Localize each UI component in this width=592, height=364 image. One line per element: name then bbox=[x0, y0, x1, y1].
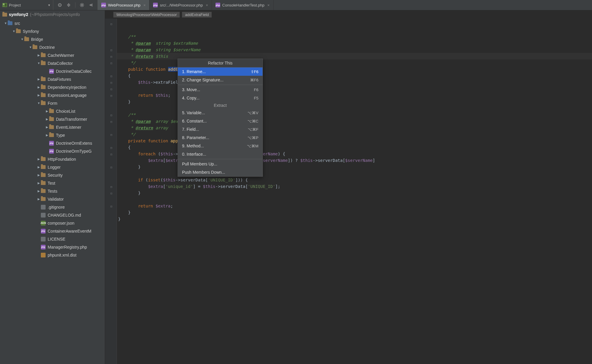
breadcrumb-method[interactable]: addExtraField bbox=[182, 12, 212, 17]
tree-node-composer-json[interactable]: JSONcomposer.json bbox=[0, 219, 105, 227]
tree-node-license[interactable]: LICENSE bbox=[0, 235, 105, 243]
arrow-right-icon[interactable] bbox=[45, 125, 49, 129]
arrow-down-icon[interactable] bbox=[37, 102, 41, 105]
fold-marker-icon[interactable]: ⊟ bbox=[110, 81, 112, 85]
fold-marker-icon[interactable]: ⊟ bbox=[110, 55, 112, 59]
fold-marker-icon[interactable]: ⊟ bbox=[110, 113, 112, 117]
fold-marker-icon[interactable]: ⊟ bbox=[110, 146, 112, 150]
fold-marker-icon[interactable]: ⊟ bbox=[110, 133, 112, 137]
menu-item-7-field[interactable]: 7. Field...⌥⌘F bbox=[178, 125, 263, 133]
arrow-right-icon[interactable] bbox=[45, 117, 49, 121]
tree-node-doctrineormextens[interactable]: phpDoctrineOrmExtens bbox=[0, 139, 105, 147]
menu-item-pull-members-up[interactable]: Pull Members Up... bbox=[178, 160, 263, 168]
tree-node-httpfoundation[interactable]: HttpFoundation bbox=[0, 155, 105, 163]
arrow-right-icon[interactable] bbox=[37, 86, 41, 89]
tab-webprocessor[interactable]: php WebProcessor.php × bbox=[98, 0, 149, 10]
tree-node-form[interactable]: Form bbox=[0, 99, 105, 107]
tree-node-changelog-md[interactable]: CHANGELOG.md bbox=[0, 211, 105, 219]
gear-icon[interactable] bbox=[80, 3, 84, 7]
collapse-all-icon[interactable] bbox=[66, 3, 71, 7]
fold-marker-icon[interactable]: ⊟ bbox=[110, 185, 112, 189]
arrow-right-icon[interactable] bbox=[37, 157, 41, 161]
arrow-down-icon[interactable] bbox=[4, 22, 8, 25]
menu-item-2-change-signature[interactable]: 2. Change Signature...⌘F6 bbox=[178, 76, 263, 84]
arrow-right-icon[interactable] bbox=[37, 181, 41, 185]
folder-icon bbox=[24, 37, 29, 41]
tree-node-type[interactable]: Type bbox=[0, 131, 105, 139]
code-area[interactable]: ⊟⊟⊟⊟⊟⊟⊟⊟⊟⊟⊟⊟⊟⊟⊟⊟⊟ /** * @param string $e… bbox=[105, 19, 592, 364]
tree-node-dependencyinjection[interactable]: DependencyInjection bbox=[0, 83, 105, 91]
menu-item-shortcut: F5 bbox=[254, 96, 258, 100]
arrow-right-icon[interactable] bbox=[45, 133, 49, 137]
tree-node-phpunit-xml-dist[interactable]: phpunit.xml.dist bbox=[0, 251, 105, 259]
fold-marker-icon[interactable]: ⊟ bbox=[110, 191, 112, 195]
scroll-from-source-icon[interactable] bbox=[57, 3, 62, 7]
fold-marker-icon[interactable]: ⊟ bbox=[110, 94, 112, 98]
menu-item-6-constant[interactable]: 6. Constant...⌥⌘C bbox=[178, 117, 263, 125]
tree-node-managerregistry-php[interactable]: phpManagerRegistry.php bbox=[0, 243, 105, 251]
tree-node-tests[interactable]: Tests bbox=[0, 187, 105, 195]
fold-marker-icon[interactable]: ⊟ bbox=[110, 61, 112, 65]
menu-item-push-members-down[interactable]: Push Members Down... bbox=[178, 168, 263, 176]
arrow-right-icon[interactable] bbox=[45, 109, 49, 113]
arrow-right-icon[interactable] bbox=[37, 54, 41, 57]
menu-item-1-rename[interactable]: 1. Rename...⇧F6 bbox=[178, 67, 263, 76]
tree-node-doctrinedatacollec[interactable]: phpDoctrineDataCollec bbox=[0, 67, 105, 75]
project-tool-selector[interactable]: Project ▼ bbox=[0, 0, 53, 10]
arrow-down-icon[interactable] bbox=[28, 46, 33, 49]
tree-node--gitignore[interactable]: .gitignore bbox=[0, 203, 105, 211]
tree-node-validator[interactable]: Validator bbox=[0, 195, 105, 203]
tree-node-src[interactable]: src bbox=[0, 19, 105, 27]
menu-item-8-parameter[interactable]: 8. Parameter...⌥⌘P bbox=[178, 133, 263, 142]
tree-node-datafixtures[interactable]: DataFixtures bbox=[0, 75, 105, 83]
gutter[interactable]: ⊟⊟⊟⊟⊟⊟⊟⊟⊟⊟⊟⊟⊟⊟⊟⊟⊟ bbox=[105, 19, 117, 364]
breadcrumb-class[interactable]: \Monolog\Processor\WebProcessor bbox=[113, 12, 180, 17]
fold-marker-icon[interactable]: ⊟ bbox=[110, 204, 112, 208]
arrow-right-icon[interactable] bbox=[37, 94, 41, 97]
fold-marker-icon[interactable]: ⊟ bbox=[110, 165, 112, 169]
fold-marker-icon[interactable]: ⊟ bbox=[110, 120, 112, 124]
tree-node-security[interactable]: Security bbox=[0, 171, 105, 179]
tree-node-choicelist[interactable]: ChoiceList bbox=[0, 107, 105, 115]
menu-item-9-method[interactable]: 9. Method...⌥⌘M bbox=[178, 142, 263, 150]
tree-node-cachewarmer[interactable]: CacheWarmer bbox=[0, 51, 105, 59]
fold-marker-icon[interactable]: ⊟ bbox=[110, 48, 112, 52]
tree-node-doctrineormtypeg[interactable]: phpDoctrineOrmTypeG bbox=[0, 147, 105, 155]
tree-node-datatransformer[interactable]: DataTransformer bbox=[0, 115, 105, 123]
arrow-right-icon[interactable] bbox=[37, 197, 41, 201]
arrow-down-icon[interactable] bbox=[12, 30, 16, 33]
fold-marker-icon[interactable]: ⊟ bbox=[110, 74, 112, 78]
arrow-right-icon[interactable] bbox=[37, 189, 41, 193]
close-icon[interactable]: × bbox=[206, 3, 208, 7]
tree-node-doctrine[interactable]: Doctrine bbox=[0, 43, 105, 51]
folder-icon bbox=[41, 157, 46, 161]
close-icon[interactable]: × bbox=[144, 3, 146, 7]
arrow-down-icon[interactable] bbox=[20, 38, 24, 41]
fold-marker-icon[interactable]: ⊟ bbox=[110, 22, 112, 26]
arrow-down-icon[interactable] bbox=[37, 62, 41, 65]
fold-marker-icon[interactable]: ⊟ bbox=[110, 152, 112, 156]
tree-node-logger[interactable]: Logger bbox=[0, 163, 105, 171]
tree-node-bridge[interactable]: Bridge bbox=[0, 35, 105, 43]
arrow-right-icon[interactable] bbox=[37, 165, 41, 169]
close-icon[interactable]: × bbox=[267, 3, 270, 7]
tree-node-symfony[interactable]: Symfony bbox=[0, 27, 105, 35]
fold-marker-icon[interactable]: ⊟ bbox=[110, 87, 112, 91]
php-file-icon: php bbox=[49, 69, 54, 74]
project-root-row[interactable]: symfony2 (~/PhpstormProjects/symfo bbox=[0, 10, 105, 19]
tab-consolehandlertest[interactable]: php ConsoleHandlerTest.php × bbox=[212, 0, 274, 10]
menu-item-5-variable[interactable]: 5. Variable...⌥⌘V bbox=[178, 109, 263, 117]
tree-node-test[interactable]: Test bbox=[0, 179, 105, 187]
menu-item-3-move[interactable]: 3. Move...F6 bbox=[178, 86, 263, 94]
arrow-right-icon[interactable] bbox=[37, 173, 41, 177]
menu-item-0-interface[interactable]: 0. Interface... bbox=[178, 150, 263, 158]
tree-node-expressionlanguage[interactable]: ExpressionLanguage bbox=[0, 91, 105, 99]
tree-node-containerawareeventm[interactable]: phpContainerAwareEventM bbox=[0, 227, 105, 235]
tab-webprocessor-src[interactable]: php src/.../WebProcessor.php × bbox=[149, 0, 212, 10]
arrow-right-icon[interactable] bbox=[37, 78, 41, 81]
project-tree[interactable]: srcSymfonyBridgeDoctrineCacheWarmerDataC… bbox=[0, 19, 105, 265]
tree-node-eventlistener[interactable]: EventListener bbox=[0, 123, 105, 131]
tree-node-datacollector[interactable]: DataCollector bbox=[0, 59, 105, 67]
hide-icon[interactable] bbox=[89, 3, 93, 7]
menu-item-4-copy[interactable]: 4. Copy...F5 bbox=[178, 94, 263, 102]
